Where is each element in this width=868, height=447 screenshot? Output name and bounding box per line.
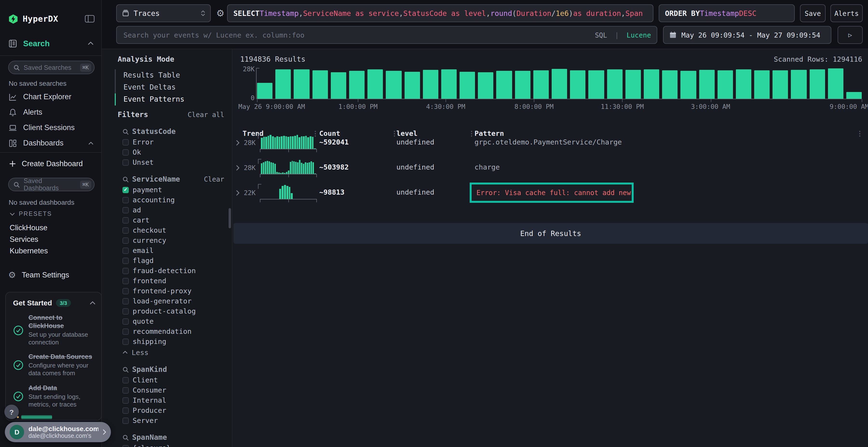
filter-checkbox[interactable]: [123, 207, 129, 213]
saved-dashboards-input[interactable]: Saved Dashboards ⌘K: [8, 178, 94, 191]
histogram-bar[interactable]: [736, 70, 751, 99]
filter-option-consumer[interactable]: Consumer: [102, 385, 232, 395]
filter-option-frontend-proxy[interactable]: frontend-proxy: [102, 286, 232, 296]
run-query-button[interactable]: ▷: [838, 26, 863, 44]
date-range-picker[interactable]: May 26 09:09:54 - May 27 09:09:54: [663, 26, 831, 44]
analysis-mode-event-deltas[interactable]: Event Deltas: [116, 81, 232, 94]
get-started-item[interactable]: Create Data SourcesConfigure where your …: [6, 350, 101, 381]
filter-option-ad[interactable]: ad: [102, 205, 232, 215]
filter-checkbox[interactable]: [123, 417, 129, 424]
histogram-bar[interactable]: [312, 70, 328, 99]
filter-checkbox[interactable]: [123, 197, 129, 203]
histogram-bar[interactable]: [809, 69, 825, 99]
filter-option-fraud-detection[interactable]: fraud-detection: [102, 266, 232, 276]
filter-checkbox[interactable]: [123, 149, 129, 156]
filter-option-unset[interactable]: Unset: [102, 158, 232, 167]
filter-checkbox[interactable]: [123, 257, 129, 264]
filter-option-recommendation[interactable]: recommendation: [102, 326, 232, 336]
filter-checkbox[interactable]: [123, 338, 129, 345]
filter-option-producer[interactable]: Producer: [102, 406, 232, 415]
filter-checkbox[interactable]: [123, 237, 129, 243]
preset-dashboard-services[interactable]: Services: [0, 234, 101, 245]
histogram-bar[interactable]: [625, 70, 641, 99]
magnifier-icon[interactable]: [123, 176, 129, 182]
clear-all-filters-button[interactable]: Clear all: [188, 111, 224, 118]
chevron-up-icon[interactable]: [88, 41, 94, 45]
histogram-bar[interactable]: [681, 71, 696, 99]
search-input[interactable]: [123, 31, 590, 39]
filter-checkbox[interactable]: [123, 247, 129, 253]
filter-checkbox[interactable]: [123, 187, 129, 193]
filter-option-accounting[interactable]: accounting: [102, 195, 232, 205]
filter-checkbox[interactable]: [123, 268, 129, 274]
filter-option-payment[interactable]: payment: [102, 185, 232, 195]
user-menu[interactable]: D dale@clickhouse.com dale@clickhouse.co…: [5, 422, 111, 442]
histogram-bar[interactable]: [478, 72, 494, 99]
filter-option-email[interactable]: email: [102, 246, 232, 255]
save-button[interactable]: Save: [800, 4, 826, 22]
magnifier-icon[interactable]: [123, 366, 129, 373]
sidebar-item-alerts[interactable]: Alerts: [0, 105, 101, 120]
show-less-button[interactable]: Less: [102, 347, 232, 357]
filter-checkbox[interactable]: [123, 318, 129, 324]
histogram-bar[interactable]: [275, 70, 291, 99]
help-button[interactable]: ?: [4, 405, 19, 419]
preset-dashboard-kubernetes[interactable]: Kubernetes: [0, 245, 101, 257]
histogram-bar[interactable]: [570, 70, 585, 99]
filter-checkbox[interactable]: [123, 407, 129, 414]
pattern-row[interactable]: 28K~503982undefinedcharge: [232, 159, 868, 184]
histogram-bar[interactable]: [496, 71, 512, 99]
sidebar-item-chart-explorer[interactable]: Chart Explorer: [0, 89, 101, 105]
histogram-bar[interactable]: [294, 69, 309, 99]
highlighted-pattern-cell[interactable]: Error: Visa cache full: cannot add new i…: [470, 182, 633, 203]
filter-option-frontend[interactable]: frontend: [102, 276, 232, 286]
histogram-bar[interactable]: [404, 72, 420, 99]
chevron-up-icon[interactable]: [88, 141, 94, 145]
histogram-bar[interactable]: [607, 70, 622, 99]
analysis-mode-results-table[interactable]: Results Table: [116, 69, 232, 81]
filter-option-server[interactable]: Server: [102, 416, 232, 425]
get-started-item[interactable]: Connect to ClickHouseSet up your databas…: [6, 311, 101, 350]
filter-option-client[interactable]: Client: [102, 375, 232, 385]
filter-checkbox[interactable]: [123, 298, 129, 304]
histogram-bar[interactable]: [699, 70, 714, 99]
presets-toggle[interactable]: PRESETS: [0, 209, 101, 219]
lang-toggle-lucene[interactable]: Lucene: [627, 31, 651, 39]
histogram-bar[interactable]: [846, 92, 862, 99]
filter-option-cart[interactable]: cart: [102, 215, 232, 225]
filter-option-internal[interactable]: Internal: [102, 396, 232, 405]
filter-option-error[interactable]: Error: [102, 137, 232, 147]
histogram-bar[interactable]: [460, 72, 475, 99]
order-by-input[interactable]: ORDER BY Timestamp DESC: [659, 4, 795, 22]
histogram-bar[interactable]: [589, 70, 604, 99]
histogram-bar[interactable]: [349, 71, 365, 99]
magnifier-icon[interactable]: [123, 434, 129, 441]
filter-checkbox[interactable]: [123, 377, 129, 383]
histogram-bar[interactable]: [386, 71, 401, 99]
filter-checkbox[interactable]: [123, 328, 129, 335]
filter-checkbox[interactable]: [123, 159, 129, 166]
magnifier-icon[interactable]: [123, 128, 129, 135]
filter-option-shipping[interactable]: shipping: [102, 337, 232, 346]
filter-checkbox[interactable]: [123, 227, 129, 233]
histogram-bar[interactable]: [423, 70, 438, 99]
filters-scrollbar[interactable]: [228, 208, 231, 228]
pattern-row[interactable]: 28K~592041undefinedgrpc.oteldemo.Payment…: [232, 134, 868, 159]
sidebar-item-team-settings[interactable]: ⚙ Team Settings: [0, 266, 101, 284]
filter-checkbox[interactable]: [123, 308, 129, 314]
histogram-bar[interactable]: [515, 71, 530, 99]
sql-select-input[interactable]: SELECT Timestamp, ServiceName as service…: [227, 4, 653, 22]
histogram-bar[interactable]: [533, 70, 549, 99]
histogram-bar[interactable]: [773, 70, 788, 99]
histogram-bar[interactable]: [644, 69, 659, 99]
filter-checkbox[interactable]: [123, 288, 129, 294]
filter-option-load-generator[interactable]: load-generator: [102, 296, 232, 306]
histogram-bar[interactable]: [662, 70, 678, 99]
sidebar-item-client-sessions[interactable]: Client Sessions: [0, 120, 101, 135]
sidebar-item-search[interactable]: Search: [0, 33, 101, 54]
histogram-bar[interactable]: [791, 70, 807, 99]
chevron-up-icon[interactable]: [90, 301, 95, 305]
sidebar-collapse-icon[interactable]: [85, 15, 94, 23]
filter-option-currency[interactable]: currency: [102, 236, 232, 245]
analysis-mode-event-patterns[interactable]: Event Patterns: [116, 94, 232, 105]
